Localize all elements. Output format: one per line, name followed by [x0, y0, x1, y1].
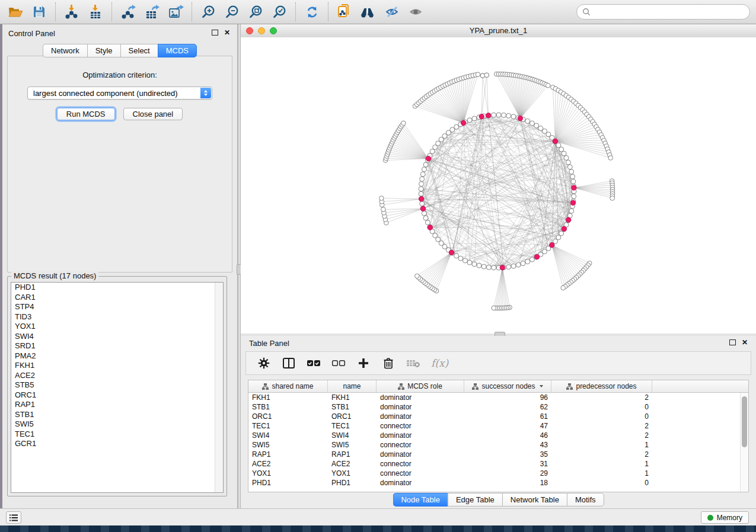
table-cell[interactable]: connector [377, 440, 464, 450]
table-cell[interactable]: connector [377, 421, 464, 431]
table-cell[interactable]: 43 [464, 440, 551, 450]
table-cell[interactable]: 1 [551, 440, 652, 450]
task-history-button[interactable] [6, 511, 21, 524]
mcds-result-item[interactable]: SRD1 [11, 341, 223, 351]
table-scrollbar-thumb[interactable] [742, 396, 747, 447]
mcds-result-item[interactable]: TID3 [11, 312, 223, 322]
table-tab-edge-table[interactable]: Edge Table [448, 493, 502, 507]
table-cell[interactable]: YOX1 [328, 469, 377, 478]
table-cell[interactable]: 1 [551, 459, 652, 469]
tab-mcds[interactable]: MCDS [158, 44, 197, 57]
table-tab-motifs[interactable]: Motifs [567, 493, 604, 507]
new-network-from-selection-button[interactable] [333, 2, 356, 22]
table-cell[interactable]: FKH1 [328, 393, 377, 402]
table-cell[interactable]: ORC1 [248, 412, 328, 421]
export-image-button[interactable] [164, 2, 187, 22]
table-cell[interactable]: STB1 [248, 402, 328, 412]
table-row[interactable]: STB1STB1dominator620 [248, 402, 748, 412]
tab-network[interactable]: Network [43, 44, 87, 57]
close-panel-button[interactable]: Close panel [123, 108, 183, 120]
table-cell[interactable]: connector [377, 459, 464, 469]
show-column-panel-button[interactable] [279, 354, 298, 373]
table-cell[interactable]: dominator [377, 402, 464, 412]
mcds-result-item[interactable]: STB5 [11, 380, 223, 390]
table-tab-network-table[interactable]: Network Table [502, 493, 567, 507]
mcds-result-item[interactable]: PMA2 [11, 351, 223, 361]
select-all-columns-button[interactable] [304, 354, 323, 373]
table-row[interactable]: PHD1PHD1dominator180 [248, 478, 748, 488]
table-row[interactable]: ORC1ORC1dominator610 [248, 412, 748, 421]
mcds-list-scrollbar[interactable] [215, 283, 223, 492]
table-cell[interactable]: 35 [464, 450, 551, 459]
mcds-result-item[interactable]: PHD1 [11, 283, 223, 293]
table-row[interactable]: YOX1YOX1connector291 [248, 469, 748, 478]
mcds-result-item[interactable]: GCR1 [11, 439, 223, 449]
table-cell[interactable]: RAP1 [248, 450, 328, 459]
float-table-panel-icon[interactable] [729, 339, 736, 345]
table-row[interactable]: RAP1RAP1dominator352 [248, 450, 748, 459]
table-cell[interactable]: SWI5 [328, 440, 377, 450]
table-cell[interactable]: 18 [464, 478, 551, 488]
network-graph[interactable] [241, 37, 756, 334]
export-table-button[interactable] [140, 2, 164, 22]
table-cell[interactable]: 2 [551, 450, 652, 459]
table-cell[interactable]: connector [377, 469, 464, 478]
optimization-criterion-select[interactable]: largest connected component (undirected) [27, 86, 212, 100]
minimize-window-button[interactable] [258, 27, 265, 34]
delete-column-button[interactable] [379, 354, 398, 373]
mcds-result-item[interactable]: ORC1 [11, 390, 223, 400]
mcds-result-item[interactable]: CAR1 [11, 293, 223, 303]
table-cell[interactable]: PHD1 [248, 478, 328, 488]
float-panel-icon[interactable] [212, 30, 218, 36]
table-row[interactable]: SWI5SWI5connector431 [248, 440, 748, 450]
search-input[interactable] [594, 7, 749, 17]
mcds-result-item[interactable]: YOX1 [11, 322, 223, 332]
table-cell[interactable]: ACE2 [328, 459, 377, 469]
first-neighbors-button[interactable] [356, 2, 380, 22]
hide-selected-button[interactable] [380, 2, 404, 22]
table-cell[interactable]: 31 [464, 459, 551, 469]
table-cell[interactable]: ORC1 [328, 412, 377, 421]
network-canvas[interactable] [241, 37, 756, 334]
table-cell[interactable]: SWI4 [248, 431, 328, 440]
mcds-result-item[interactable]: STP4 [11, 302, 223, 312]
deselect-all-columns-button[interactable] [329, 354, 348, 373]
zoom-selected-button[interactable] [267, 2, 291, 22]
table-cell[interactable]: dominator [377, 393, 464, 402]
table-cell[interactable]: 0 [551, 412, 652, 421]
table-cell[interactable]: 29 [464, 469, 551, 478]
tab-select[interactable]: Select [120, 44, 158, 57]
table-cell[interactable]: dominator [377, 431, 464, 440]
column-header-predecessor-nodes[interactable]: predecessor nodes [551, 380, 652, 392]
close-window-button[interactable] [246, 27, 253, 34]
table-scrollbar[interactable] [740, 393, 748, 492]
show-all-button[interactable] [404, 2, 428, 22]
table-cell[interactable]: dominator [377, 412, 464, 421]
table-cell[interactable]: STB1 [328, 402, 377, 412]
table-cell[interactable]: FKH1 [248, 393, 328, 402]
table-cell[interactable]: 61 [464, 412, 551, 421]
table-cell[interactable]: 96 [464, 393, 551, 402]
mcds-result-item[interactable]: ACE2 [11, 371, 223, 381]
table-cell[interactable]: 2 [551, 431, 652, 440]
zoom-out-button[interactable] [220, 2, 244, 22]
tab-style[interactable]: Style [87, 44, 120, 57]
table-cell[interactable]: 46 [464, 431, 551, 440]
open-session-button[interactable] [4, 2, 27, 22]
table-tab-node-table[interactable]: Node Table [393, 493, 448, 507]
mcds-result-item[interactable]: FKH1 [11, 361, 223, 371]
mcds-result-item[interactable]: TEC1 [11, 430, 223, 440]
table-cell[interactable]: 1 [551, 469, 652, 478]
table-row[interactable]: FKH1FKH1dominator962 [248, 393, 748, 402]
table-row[interactable]: TEC1TEC1connector472 [248, 421, 748, 431]
table-cell[interactable]: ACE2 [248, 459, 328, 469]
table-cell[interactable]: PHD1 [328, 478, 377, 488]
import-table-button[interactable] [84, 2, 107, 22]
table-row[interactable]: SWI4SWI4dominator462 [248, 431, 748, 440]
run-mcds-button[interactable]: Run MCDS [57, 108, 115, 120]
table-cell[interactable]: dominator [377, 450, 464, 459]
mcds-result-item[interactable]: SWI5 [11, 419, 223, 430]
mcds-result-item[interactable]: SWI4 [11, 332, 223, 342]
column-header-name[interactable]: name [328, 380, 377, 392]
table-cell[interactable]: TEC1 [328, 421, 377, 431]
